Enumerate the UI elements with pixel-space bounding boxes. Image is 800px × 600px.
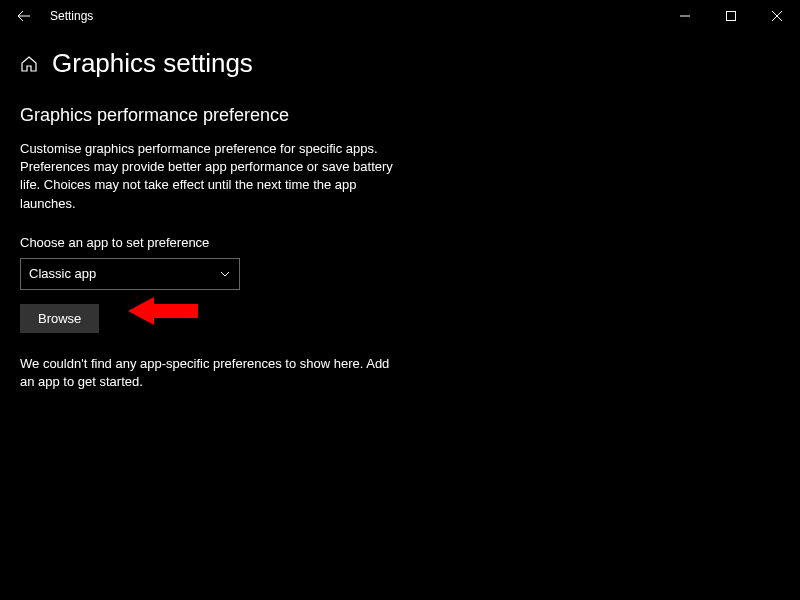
home-icon [20, 55, 38, 73]
home-button[interactable] [20, 55, 38, 73]
page-title: Graphics settings [52, 48, 253, 79]
section-title: Graphics performance preference [20, 105, 780, 126]
browse-button[interactable]: Browse [20, 304, 99, 333]
select-label: Choose an app to set preference [20, 235, 780, 250]
select-value: Classic app [29, 266, 96, 281]
svg-rect-1 [727, 12, 736, 21]
empty-state-text: We couldn't find any app-specific prefer… [20, 355, 400, 391]
close-icon [772, 11, 782, 21]
maximize-button[interactable] [708, 0, 754, 32]
close-button[interactable] [754, 0, 800, 32]
app-type-select[interactable]: Classic app [20, 258, 240, 290]
window-controls [662, 0, 800, 32]
window-title: Settings [50, 9, 93, 23]
back-button[interactable] [8, 0, 40, 32]
titlebar: Settings [0, 0, 800, 32]
description-text: Customise graphics performance preferenc… [20, 140, 400, 213]
chevron-down-icon [219, 268, 231, 280]
minimize-button[interactable] [662, 0, 708, 32]
minimize-icon [680, 11, 690, 21]
maximize-icon [726, 11, 736, 21]
content-area: Graphics settings Graphics performance p… [0, 32, 800, 411]
back-arrow-icon [17, 9, 31, 23]
page-header: Graphics settings [20, 48, 780, 79]
